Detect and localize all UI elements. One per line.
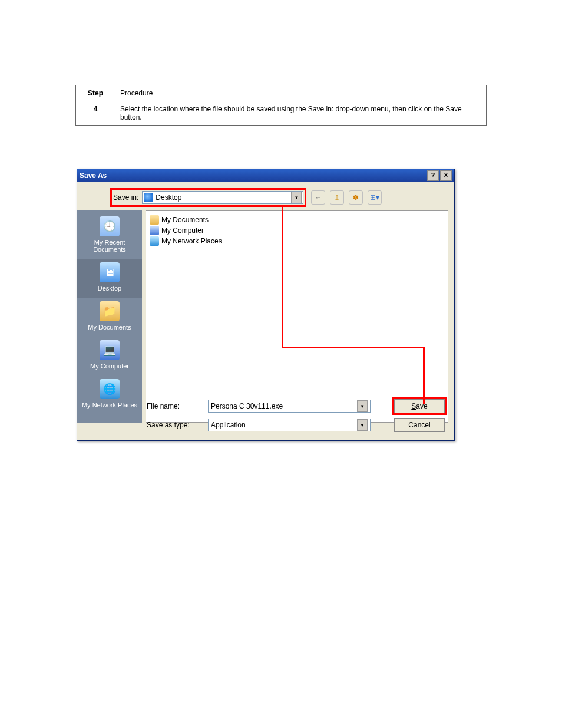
- save-as-dialog: Save As ? X Save in: Desktop ▼ ← ↥ ✽ ⊞▾: [77, 169, 455, 441]
- back-icon[interactable]: ←: [311, 190, 325, 205]
- file-label: My Network Places: [161, 237, 222, 245]
- places-documents[interactable]: 📁 My Documents: [77, 298, 142, 337]
- filename-value: Persona C 30v111.exe: [211, 402, 283, 410]
- folder-icon: [150, 215, 159, 225]
- help-button[interactable]: ?: [427, 170, 439, 181]
- new-folder-icon[interactable]: ✽: [349, 190, 363, 205]
- save-button[interactable]: Save: [394, 399, 445, 413]
- places-computer-label: My Computer: [77, 363, 142, 370]
- cancel-button[interactable]: Cancel: [394, 418, 445, 432]
- annotation-line: [282, 347, 423, 348]
- close-button[interactable]: X: [440, 170, 452, 181]
- list-item[interactable]: My Documents: [150, 215, 444, 225]
- save-as-type-dropdown[interactable]: Application ▼: [208, 419, 371, 431]
- my-computer-icon: [150, 226, 159, 235]
- places-network-label: My Network Places: [77, 401, 142, 409]
- save-as-type-label: Save as type:: [147, 421, 208, 429]
- chevron-down-icon[interactable]: ▼: [291, 192, 302, 203]
- places-computer[interactable]: 💻 My Computer: [77, 337, 142, 375]
- save-in-label: Save in:: [113, 193, 138, 202]
- save-in-value: Desktop: [156, 193, 181, 202]
- window-title: Save As: [80, 172, 107, 180]
- places-recent-label: My Recent Documents: [77, 239, 142, 253]
- save-as-type-value: Application: [211, 421, 246, 429]
- places-desktop-label: Desktop: [77, 285, 142, 292]
- bottom-controls: File name: Persona C 30v111.exe ▼ Save S…: [147, 394, 447, 432]
- list-item[interactable]: My Network Places: [150, 236, 444, 246]
- places-recent[interactable]: 🕘 My Recent Documents: [77, 213, 142, 259]
- places-network[interactable]: 🌐 My Network Places: [77, 375, 142, 414]
- annotation-line: [282, 205, 283, 347]
- up-one-level-icon[interactable]: ↥: [330, 190, 344, 205]
- recent-documents-icon: 🕘: [100, 216, 120, 236]
- chevron-down-icon[interactable]: ▼: [357, 400, 368, 412]
- instr-step-text: Select the location where the file shoul…: [115, 101, 487, 126]
- save-in-dropdown[interactable]: Desktop ▼: [142, 191, 303, 204]
- instr-step-number: 4: [76, 101, 115, 126]
- desktop-icon: 🖥: [100, 262, 120, 282]
- my-network-places-icon: [150, 236, 159, 246]
- save-in-highlight: Save in: Desktop ▼: [110, 188, 306, 207]
- file-label: My Documents: [161, 216, 209, 224]
- toolbar: Save in: Desktop ▼ ← ↥ ✽ ⊞▾: [77, 182, 454, 210]
- places-desktop[interactable]: 🖥 Desktop: [77, 259, 142, 298]
- filename-field[interactable]: Persona C 30v111.exe ▼: [208, 400, 371, 413]
- places-documents-label: My Documents: [77, 324, 142, 331]
- annotation-line: [423, 347, 425, 404]
- file-list[interactable]: My Documents My Computer My Network Plac…: [146, 210, 448, 423]
- my-network-places-icon: 🌐: [100, 379, 120, 399]
- titlebar: Save As ? X: [77, 169, 454, 182]
- chevron-down-icon[interactable]: ▼: [357, 419, 368, 431]
- filename-label: File name:: [147, 402, 208, 410]
- my-computer-icon: 💻: [100, 340, 120, 360]
- places-bar: 🕘 My Recent Documents 🖥 Desktop 📁 My Doc…: [77, 210, 142, 423]
- instr-header-procedure: Procedure: [115, 85, 487, 101]
- views-icon[interactable]: ⊞▾: [368, 190, 382, 205]
- my-documents-icon: 📁: [100, 301, 120, 321]
- instruction-table: Step Procedure 4 Select the location whe…: [75, 85, 487, 126]
- desktop-icon: [144, 193, 153, 202]
- list-item[interactable]: My Computer: [150, 225, 444, 236]
- instr-header-step: Step: [76, 85, 115, 101]
- file-label: My Computer: [161, 226, 204, 235]
